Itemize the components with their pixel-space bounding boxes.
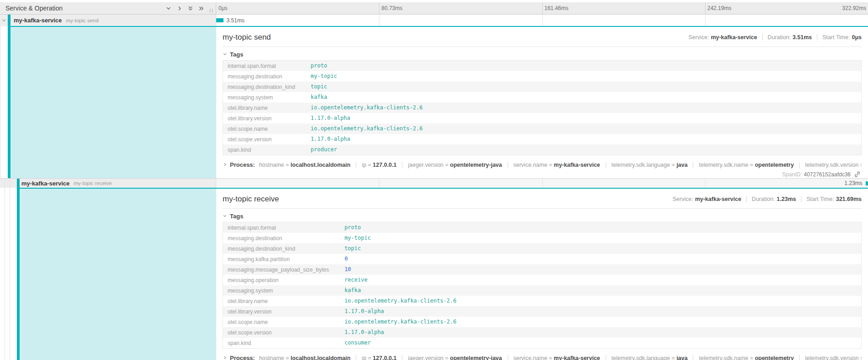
double-chevron-right-icon[interactable]: [198, 5, 204, 11]
tag-value: topic: [341, 243, 861, 254]
span-duration-label: 3.51ms: [227, 17, 244, 24]
service-operation-header: Service & Operation: [0, 2, 216, 14]
tag-row[interactable]: otel.library.nameio.opentelemetry.kafka-…: [223, 103, 862, 113]
process-kv: jaeger.version = opentelemetry-java: [402, 355, 502, 360]
tags-accordion[interactable]: Tags: [223, 213, 243, 220]
span-duration-bar[interactable]: [216, 18, 223, 22]
tag-row[interactable]: otel.scope.nameio.opentelemetry.kafka-cl…: [223, 123, 862, 134]
chevron-down-icon[interactable]: [166, 5, 172, 11]
tag-row[interactable]: messaging.message_payload_size_bytes10: [223, 264, 862, 275]
span-detail-send: my-topic send Service:my-kafka-serviceDu…: [0, 26, 868, 179]
tag-key: otel.scope.version: [223, 327, 341, 338]
tag-key: messaging.operation: [223, 275, 341, 285]
process-kv: telemetry.sdk.name = opentelemetry: [693, 162, 794, 168]
link-icon[interactable]: [854, 171, 861, 178]
tag-row[interactable]: span.kindproducer: [223, 144, 862, 155]
process-kv: telemetry.sdk.language = java: [606, 162, 688, 168]
tag-value: io.opentelemetry.kafka-clients-2.6: [307, 123, 861, 134]
timeline-tick: 0μs: [218, 5, 228, 11]
detail-indent-gutter: [0, 188, 216, 360]
span-timeline-cell[interactable]: 3.51ms: [216, 15, 868, 26]
tag-row[interactable]: messaging.destinationmy-topic: [223, 233, 862, 243]
span-timeline-cell[interactable]: 1.23ms: [216, 179, 868, 188]
tag-row[interactable]: messaging.destination_kindtopic: [223, 82, 862, 92]
process-kv: telemetry.sdk.version = 1.17.0: [799, 162, 862, 168]
double-chevron-down-icon[interactable]: [187, 5, 193, 11]
span-duration-label: 1.23ms: [844, 180, 862, 186]
tag-row[interactable]: messaging.systemkafka: [223, 285, 862, 296]
ruler-gridline: [542, 2, 543, 14]
tag-value: io.opentelemetry.kafka-clients-2.6: [307, 103, 861, 113]
tag-key: span.kind: [223, 338, 341, 349]
indent-guide: [5, 188, 5, 360]
tag-key: otel.library.name: [223, 103, 307, 113]
span-id-label: SpanID:: [782, 171, 802, 178]
detail-content: my-topic send Service:my-kafka-serviceDu…: [216, 26, 868, 178]
span-name-cell[interactable]: my-kafka-service my-topic send: [0, 15, 216, 26]
process-kv: service.name = my-kafka-service: [508, 355, 600, 360]
operation-name: my-topic send: [66, 18, 99, 23]
tag-key: internal.span.format: [223, 61, 307, 72]
tag-row[interactable]: otel.scope.version1.17.0-alpha: [223, 327, 862, 338]
timeline-tick: 322.92ms: [842, 5, 866, 11]
process-kv-list: hostname = localhost.localdomainip = 127…: [259, 355, 862, 360]
span-duration-bar[interactable]: [866, 181, 868, 185]
span-id-row: SpanID: 407276152aafdc36: [223, 171, 862, 178]
tag-row[interactable]: otel.library.nameio.opentelemetry.kafka-…: [223, 296, 862, 306]
chevron-down-icon[interactable]: [1, 18, 6, 23]
tag-key: otel.library.version: [223, 306, 341, 317]
tag-row[interactable]: messaging.destinationmy-topic: [223, 71, 862, 82]
tag-key: messaging.system: [223, 285, 341, 296]
tag-value: 1.17.0-alpha: [341, 327, 861, 338]
tags-table: internal.span.formatprotomessaging.desti…: [223, 60, 862, 155]
tags-table: internal.span.formatprotomessaging.desti…: [223, 222, 862, 349]
tag-row[interactable]: messaging.kafka.partition0: [223, 254, 862, 264]
expanded-row-highlight: [10, 26, 216, 178]
overview-item: Service:my-kafka-service: [688, 34, 757, 41]
tag-row[interactable]: messaging.destination_kindtopic: [223, 243, 862, 254]
operation-name: my-topic receive: [74, 180, 112, 186]
span-name-cell[interactable]: my-kafka-service my-topic receive: [0, 179, 216, 188]
tag-row[interactable]: internal.span.formatproto: [223, 61, 862, 72]
span-id-value: 407276152aafdc36: [804, 171, 851, 178]
column-resizer[interactable]: [210, 9, 213, 13]
tags-accordion[interactable]: Tags: [223, 51, 243, 58]
tag-value: 10: [341, 264, 861, 275]
tag-value: my-topic: [341, 233, 861, 243]
process-kv: ip = 127.0.0.1: [356, 355, 396, 360]
span-bar-row-receive[interactable]: my-kafka-service my-topic receive 1.23ms: [0, 179, 868, 188]
tag-row[interactable]: otel.scope.version1.17.0-alpha: [223, 134, 862, 144]
overview-item: Duration:1.23ms: [746, 196, 796, 202]
tag-row[interactable]: internal.span.formatproto: [223, 222, 862, 233]
tag-row[interactable]: messaging.operationreceive: [223, 275, 862, 285]
tag-key: messaging.destination_kind: [223, 82, 307, 92]
tag-row[interactable]: otel.library.version1.17.0-alpha: [223, 113, 862, 123]
timeline-tick: 80.73ms: [381, 5, 402, 11]
detail-indent-gutter: [0, 26, 216, 178]
chevron-down-icon: [223, 51, 227, 58]
indent-guide: [10, 179, 10, 188]
span-color-bar: [17, 179, 20, 188]
detail-header: my-topic send Service:my-kafka-serviceDu…: [223, 31, 862, 43]
span-bar-row-send[interactable]: my-kafka-service my-topic send 3.51ms: [0, 15, 868, 26]
expanded-row-highlight: [20, 188, 216, 360]
process-accordion[interactable]: Process: hostname = localhost.localdomai…: [223, 161, 862, 168]
tag-row[interactable]: span.kindconsumer: [223, 338, 862, 349]
timeline-gridline: [705, 15, 706, 26]
span-detail-title: my-topic send: [223, 33, 271, 42]
tag-value: receive: [341, 275, 861, 285]
tag-key: otel.library.name: [223, 296, 341, 306]
chevron-right-icon[interactable]: [177, 5, 182, 11]
process-kv: telemetry.sdk.version = 1.17.0: [799, 355, 862, 360]
tag-key: messaging.message_payload_size_bytes: [223, 264, 341, 275]
tag-key: messaging.system: [223, 92, 307, 103]
span-overview: Service:my-kafka-serviceDuration:3.51msS…: [688, 34, 862, 41]
tag-row[interactable]: otel.library.version1.17.0-alpha: [223, 306, 862, 317]
tag-row[interactable]: messaging.systemkafka: [223, 92, 862, 103]
detail-content: my-topic receive Service:my-kafka-servic…: [216, 188, 868, 360]
process-accordion[interactable]: Process: hostname = localhost.localdomai…: [223, 355, 862, 360]
tag-value: topic: [307, 82, 861, 92]
tag-key: messaging.destination_kind: [223, 243, 341, 254]
tag-key: otel.scope.name: [223, 317, 341, 327]
tag-row[interactable]: otel.scope.nameio.opentelemetry.kafka-cl…: [223, 317, 862, 327]
